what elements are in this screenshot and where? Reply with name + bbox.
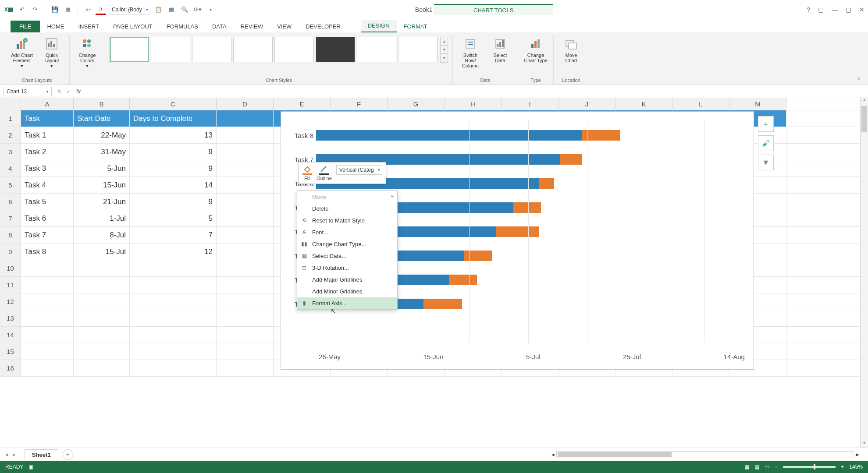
- tab-developer[interactable]: DEVELOPER: [299, 21, 347, 32]
- col-header-B[interactable]: B: [74, 98, 130, 110]
- cell[interactable]: 15-Jul: [74, 244, 130, 260]
- cell[interactable]: Task: [21, 110, 74, 127]
- cell[interactable]: [21, 343, 74, 360]
- formula-input[interactable]: [84, 87, 864, 96]
- cell[interactable]: Task 4: [21, 177, 74, 193]
- cell[interactable]: 5-Jun: [74, 160, 130, 176]
- cell[interactable]: [21, 277, 74, 293]
- tab-format[interactable]: FORMAT: [397, 21, 434, 32]
- chart-bar-series2[interactable]: [513, 202, 541, 213]
- cell[interactable]: [130, 260, 217, 276]
- add-chart-element-button[interactable]: + Add Chart Element▾: [9, 35, 35, 69]
- menu-font[interactable]: AFont...: [297, 226, 397, 238]
- cell[interactable]: [217, 144, 274, 160]
- tab-file[interactable]: FILE: [11, 21, 40, 32]
- chart-style-7[interactable]: [357, 37, 396, 62]
- row-header[interactable]: 10: [0, 260, 21, 276]
- cell[interactable]: 22-May: [74, 127, 130, 143]
- cell[interactable]: [217, 327, 274, 343]
- chart-style-3[interactable]: [192, 37, 231, 62]
- zoom-slider[interactable]: [783, 466, 836, 468]
- view-page-layout-icon[interactable]: ▤: [754, 464, 759, 470]
- view-page-break-icon[interactable]: ▭: [765, 464, 769, 470]
- chart-style-6[interactable]: [316, 37, 355, 62]
- embedded-chart[interactable]: Task 8 Task 7 Task 6 Task 5 Task 4 Task …: [281, 111, 754, 370]
- cell[interactable]: 13: [130, 127, 217, 143]
- cell[interactable]: [74, 293, 130, 310]
- menu-add-major-gridlines[interactable]: Add Major Gridlines: [297, 274, 397, 286]
- qat-customize-icon[interactable]: ▾: [206, 4, 216, 15]
- change-colors-button[interactable]: Change Colors▾: [74, 35, 100, 69]
- cell[interactable]: [130, 277, 217, 293]
- cell[interactable]: [130, 360, 217, 376]
- cell[interactable]: [217, 310, 274, 326]
- maximize-icon[interactable]: ▢: [846, 6, 851, 13]
- font-name-picker[interactable]: Calibri (Body: [109, 5, 150, 14]
- row-header[interactable]: 6: [0, 194, 21, 210]
- cell[interactable]: [217, 194, 274, 210]
- chart-styles-button[interactable]: 🖌: [758, 135, 774, 151]
- menu-format-axis[interactable]: ▮Format Axis...: [297, 297, 397, 309]
- row-header[interactable]: 11: [0, 277, 21, 293]
- cell[interactable]: [217, 293, 274, 310]
- cell[interactable]: [21, 360, 74, 376]
- col-header-G[interactable]: G: [388, 98, 445, 110]
- chart-bar-series2[interactable]: [464, 251, 492, 261]
- cell[interactable]: 7: [130, 227, 217, 243]
- ribbon-display-icon[interactable]: ▢: [818, 6, 824, 13]
- cell[interactable]: [217, 227, 274, 243]
- cell[interactable]: [74, 310, 130, 326]
- cell[interactable]: 9: [130, 144, 217, 160]
- new-sheet-button[interactable]: +: [63, 449, 73, 460]
- cancel-formula-icon[interactable]: ✕: [57, 88, 62, 95]
- cell[interactable]: [217, 160, 274, 176]
- chart-bar-series1[interactable]: [316, 130, 582, 141]
- tab-data[interactable]: DATA: [205, 21, 234, 32]
- select-all-corner[interactable]: [0, 98, 21, 110]
- cell[interactable]: Task 1: [21, 127, 74, 143]
- cell[interactable]: [21, 260, 74, 276]
- cell[interactable]: 12: [130, 244, 217, 260]
- cell[interactable]: Task 7: [21, 227, 74, 243]
- cell[interactable]: 21-Jun: [74, 194, 130, 210]
- change-chart-type-button[interactable]: Change Chart Type: [523, 35, 549, 63]
- cell[interactable]: Days to Complete: [130, 110, 217, 127]
- cell[interactable]: [217, 277, 274, 293]
- cell[interactable]: 9: [130, 194, 217, 210]
- cell[interactable]: 31-May: [74, 144, 130, 160]
- cell[interactable]: [21, 310, 74, 326]
- horizontal-scrollbar[interactable]: ◂▸: [551, 451, 859, 458]
- refresh-icon[interactable]: ⟳▾: [192, 4, 203, 15]
- row-header[interactable]: 13: [0, 310, 21, 326]
- cell[interactable]: Task 8: [21, 244, 74, 260]
- row-header[interactable]: 4: [0, 160, 21, 176]
- cell[interactable]: [217, 210, 274, 226]
- cell[interactable]: [74, 343, 130, 360]
- cell[interactable]: Task 6: [21, 210, 74, 226]
- chart-style-1[interactable]: [110, 37, 149, 62]
- chart-filters-button[interactable]: ▼: [758, 155, 774, 170]
- zoom-in-icon[interactable]: +: [841, 464, 844, 470]
- save-icon[interactable]: 💾: [50, 4, 60, 15]
- chart-style-4[interactable]: [233, 37, 273, 62]
- cell[interactable]: 5: [130, 210, 217, 226]
- cell[interactable]: [130, 310, 217, 326]
- chart-bar-series2[interactable]: [496, 226, 539, 237]
- cell[interactable]: [217, 360, 274, 376]
- cell[interactable]: 15-Jun: [74, 177, 130, 193]
- chart-element-selector[interactable]: Vertical (Categ: [336, 165, 382, 175]
- row-header[interactable]: 1: [0, 110, 21, 127]
- tab-home[interactable]: HOME: [40, 21, 71, 32]
- row-header[interactable]: 7: [0, 210, 21, 226]
- redo-icon[interactable]: ↷: [30, 4, 40, 15]
- chart-bar-series2[interactable]: [582, 130, 620, 141]
- cell[interactable]: [74, 260, 130, 276]
- tab-design[interactable]: DESIGN: [361, 20, 397, 32]
- menu-select-data[interactable]: ▦Select Data...: [297, 250, 397, 262]
- row-header[interactable]: 5: [0, 177, 21, 193]
- menu-3d-rotation[interactable]: ◻3-D Rotation...: [297, 262, 397, 274]
- col-header-I[interactable]: I: [502, 98, 559, 110]
- chart-elements-button[interactable]: ＋: [758, 116, 774, 132]
- menu-change-chart-type[interactable]: ▮▮Change Chart Type...: [297, 238, 397, 250]
- cell[interactable]: [130, 327, 217, 343]
